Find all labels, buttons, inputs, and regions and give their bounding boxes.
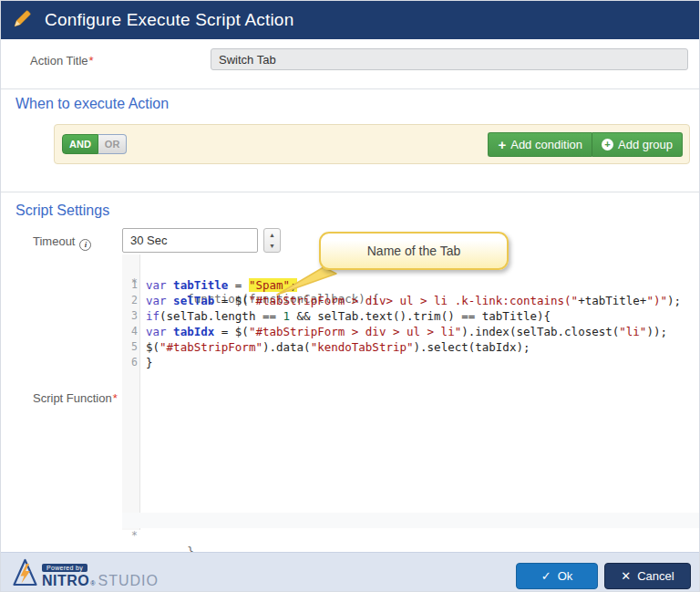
name-of-tab-callout: Name of the Tab bbox=[319, 232, 509, 270]
ok-button[interactable]: ✓ Ok bbox=[516, 563, 598, 589]
brand-studio: STUDIO bbox=[98, 573, 158, 589]
add-condition-button[interactable]: + Add condition bbox=[488, 132, 592, 157]
and-or-toggle: AND OR bbox=[62, 134, 127, 154]
line-number: 2 bbox=[122, 293, 138, 308]
plus-icon: + bbox=[498, 138, 506, 151]
code-line[interactable]: 4var tabIdx = $("#tabStripForm > div > u… bbox=[122, 324, 699, 339]
code-line[interactable]: 3if(selTab.length == 1 && selTab.text().… bbox=[122, 308, 699, 324]
timeout-input[interactable] bbox=[122, 228, 258, 253]
code-line[interactable]: 1var tabTitle = "Spam"; bbox=[122, 277, 699, 293]
and-button[interactable]: AND bbox=[62, 134, 98, 154]
section-divider bbox=[1, 192, 699, 192]
timeout-spinner: ▲ ▼ bbox=[263, 228, 281, 253]
code-line[interactable]: 6} bbox=[122, 355, 699, 370]
section-divider bbox=[1, 88, 699, 89]
required-asterisk: * bbox=[89, 54, 94, 68]
when-to-execute-heading: When to execute Action bbox=[15, 96, 169, 112]
circle-plus-icon: + bbox=[602, 139, 613, 151]
script-code-editor[interactable]: * function(functionCallback) { 1var tabT… bbox=[122, 254, 699, 530]
script-function-label: Script Function* bbox=[33, 391, 118, 405]
spinner-down-icon[interactable]: ▼ bbox=[264, 241, 280, 253]
add-buttons-group: + Add condition + Add group bbox=[488, 132, 683, 157]
condition-builder-panel: AND OR + Add condition + Add group bbox=[54, 124, 690, 164]
timeout-label: Timeouti bbox=[33, 234, 91, 251]
spinner-up-icon[interactable]: ▲ bbox=[264, 229, 280, 241]
code-line[interactable]: 2var selTab = $("#tabStripForm > div> ul… bbox=[122, 293, 699, 308]
dialog-footer: Powered by NITRO ® STUDIO ✓ Ok ✕ Cancel bbox=[1, 553, 699, 592]
function-wrapper-footer: * } bbox=[122, 513, 699, 528]
line-number: 5 bbox=[122, 339, 138, 355]
check-icon: ✓ bbox=[541, 569, 551, 583]
code-lines: 1var tabTitle = "Spam";2var selTab = $("… bbox=[122, 277, 699, 370]
callout-tail bbox=[273, 265, 347, 302]
brand-nitro: NITRO bbox=[42, 573, 89, 589]
pencil-icon bbox=[12, 8, 33, 33]
code-line[interactable]: 5$("#tabStripForm").data("kendoTabStrip"… bbox=[122, 339, 699, 355]
action-title-label: Action Title* bbox=[30, 54, 94, 68]
action-title-input[interactable] bbox=[211, 48, 688, 70]
cancel-button[interactable]: ✕ Cancel bbox=[604, 563, 691, 589]
line-number: 4 bbox=[122, 324, 138, 339]
gutter-asterisk: * bbox=[122, 528, 138, 544]
configure-script-dialog: Configure Execute Script Action Action T… bbox=[0, 0, 700, 592]
required-asterisk: * bbox=[113, 391, 118, 405]
or-button[interactable]: OR bbox=[98, 134, 128, 154]
dialog-title: Configure Execute Script Action bbox=[45, 10, 293, 30]
powered-by-badge: Powered by bbox=[42, 564, 88, 572]
line-number: 1 bbox=[122, 277, 138, 293]
line-number: 6 bbox=[122, 355, 138, 370]
registered-mark: ® bbox=[90, 580, 95, 587]
nitro-studio-logo: Powered by NITRO ® STUDIO bbox=[13, 558, 159, 591]
dialog-header: Configure Execute Script Action bbox=[1, 1, 699, 39]
info-icon[interactable]: i bbox=[79, 239, 91, 251]
add-group-button[interactable]: + Add group bbox=[592, 132, 683, 157]
nitro-triangle-bolt-icon bbox=[13, 558, 37, 591]
script-settings-heading: Script Settings bbox=[15, 203, 109, 219]
x-icon: ✕ bbox=[621, 569, 631, 583]
line-number: 3 bbox=[122, 308, 138, 324]
